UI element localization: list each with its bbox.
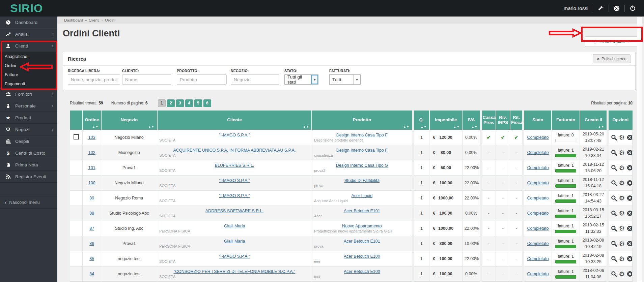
- prodotto-link[interactable]: Nuovo Appartamento: [342, 224, 382, 228]
- pagination-page-1[interactable]: 1: [158, 99, 166, 107]
- stato-link[interactable]: Completato: [527, 226, 549, 231]
- cliente-link[interactable]: ADDRESS SOFTWARE S.R.L.: [205, 209, 263, 213]
- column-header-iva[interactable]: IVA▲▼: [462, 111, 481, 130]
- help-lifering-icon[interactable]: [613, 5, 620, 12]
- order-number-link[interactable]: 85: [89, 256, 94, 261]
- stato-link[interactable]: Completato: [527, 150, 549, 155]
- select-stato[interactable]: Tutti gli stati ▾: [284, 74, 318, 85]
- delete-icon[interactable]: [626, 225, 632, 232]
- sort-icons[interactable]: ▲▼: [303, 125, 310, 128]
- input-prodotto[interactable]: [177, 74, 227, 85]
- delete-icon[interactable]: [626, 210, 632, 217]
- sort-icons[interactable]: ▲▼: [403, 125, 410, 128]
- pagination-page-6[interactable]: 6: [203, 99, 211, 107]
- delete-icon[interactable]: [626, 134, 632, 141]
- cliente-link[interactable]: "CONSORZIO PER I SERVIZI DI TELEFONIA MO…: [173, 269, 295, 274]
- sidebar-item-pagamenti[interactable]: Pagamenti: [0, 79, 57, 88]
- gear-icon[interactable]: ⚙: [619, 134, 625, 141]
- input-negozio[interactable]: [231, 74, 279, 85]
- breadcrumb-item-clienti[interactable]: Clienti: [89, 18, 100, 22]
- delete-icon[interactable]: [626, 271, 632, 277]
- prodotto-link[interactable]: Acer Betouch E100: [344, 254, 380, 259]
- gear-icon[interactable]: ⚙: [619, 149, 625, 156]
- gear-icon[interactable]: ⚙: [619, 210, 625, 217]
- sidebar-item-analisi[interactable]: Analisi ›: [0, 28, 57, 40]
- cliente-link[interactable]: "I-MAGO S.P.A.": [219, 254, 250, 259]
- quick-actions-button[interactable]: ☝ Azioni rapide ▾: [585, 36, 638, 47]
- sidebar-item-registro-eventi[interactable]: Registro Eventi ›: [0, 171, 57, 183]
- cliente-link[interactable]: "I-MAGO S.P.A.": [219, 178, 250, 183]
- pagination-page-5[interactable]: 5: [194, 99, 202, 107]
- order-number-link[interactable]: 87: [89, 226, 94, 231]
- sort-icons[interactable]: ▲▼: [472, 125, 478, 128]
- view-icon[interactable]: [611, 240, 617, 247]
- order-number-link[interactable]: 86: [89, 241, 94, 246]
- order-number-link[interactable]: 88: [89, 211, 94, 216]
- cliente-link[interactable]: BLUFERRIES S.R.L.: [215, 163, 254, 168]
- chevron-down-icon[interactable]: ▾: [353, 75, 360, 84]
- view-icon[interactable]: [611, 149, 617, 156]
- breadcrumb-item-dashboard[interactable]: Dashboard: [64, 18, 83, 22]
- gear-icon[interactable]: ⚙: [619, 271, 625, 277]
- pagination-page-4[interactable]: 4: [185, 99, 193, 107]
- column-header-imponibile[interactable]: Imponibile▲▼: [429, 111, 462, 130]
- prodotto-link[interactable]: Design Interno Casa Tipo G: [336, 163, 388, 168]
- input-ricerca-libera[interactable]: [68, 74, 120, 85]
- view-icon[interactable]: [611, 271, 617, 277]
- sort-icons[interactable]: ▲▼: [421, 125, 427, 128]
- sidebar-item-fatture[interactable]: Fatture: [0, 70, 57, 79]
- wrench-icon[interactable]: [597, 5, 604, 12]
- column-header-ordine[interactable]: Ordine▲▼: [83, 111, 101, 130]
- column-header-negozio[interactable]: Negozio▲▼: [101, 111, 157, 130]
- order-number-link[interactable]: 84: [89, 272, 94, 276]
- sidebar-item-clienti[interactable]: Clienti ›: [0, 40, 57, 52]
- row-checkbox[interactable]: [74, 134, 79, 139]
- view-icon[interactable]: [611, 134, 617, 141]
- column-header-cliente[interactable]: Cliente▲▼: [157, 111, 312, 130]
- clear-search-button[interactable]: × Pulisci ricerca: [593, 54, 631, 63]
- sidebar-item-ordini[interactable]: Ordini: [0, 61, 57, 70]
- stato-link[interactable]: Completato: [527, 196, 549, 200]
- prodotto-link[interactable]: Studio Di Fattibilità: [344, 178, 380, 183]
- sort-icons[interactable]: ▲▼: [92, 125, 99, 128]
- gear-icon[interactable]: ⚙: [619, 180, 625, 186]
- view-icon[interactable]: [611, 164, 617, 171]
- stato-link[interactable]: Completato: [527, 165, 549, 170]
- sidebar-item-centri-di-costo[interactable]: $ Centri di Costo ›: [0, 147, 57, 159]
- gear-icon[interactable]: ⚙: [619, 255, 625, 262]
- order-number-link[interactable]: 100: [88, 181, 95, 185]
- stato-link[interactable]: Completato: [527, 181, 549, 185]
- order-number-link[interactable]: 101: [88, 165, 95, 170]
- stato-link[interactable]: Completato: [527, 241, 549, 246]
- gear-icon[interactable]: ⚙: [619, 240, 625, 247]
- sidebar-item-dashboard[interactable]: Dashboard ›: [0, 17, 57, 28]
- delete-icon[interactable]: [626, 149, 632, 156]
- sort-icons[interactable]: ▲▼: [453, 125, 460, 128]
- pagination-page-3[interactable]: 3: [176, 99, 184, 107]
- delete-icon[interactable]: [626, 195, 632, 201]
- column-header-prodotto[interactable]: Prodotto▲▼: [312, 111, 413, 130]
- order-number-link[interactable]: 103: [88, 135, 95, 140]
- chevron-down-icon[interactable]: ▾: [311, 75, 318, 84]
- prodotto-link[interactable]: Design Interno Casa Tipo F: [336, 133, 388, 137]
- stato-link[interactable]: Completato: [527, 211, 549, 216]
- sidebar-item-negozi[interactable]: ⚙ Negozi ›: [0, 124, 57, 135]
- stato-link[interactable]: Completato: [527, 272, 549, 276]
- sidebar-item-fornitori[interactable]: Fornitori ›: [0, 88, 57, 100]
- pagination-page-2[interactable]: 2: [167, 99, 175, 107]
- sidebar-item-anagrafiche[interactable]: Anagrafiche: [0, 52, 57, 61]
- prodotto-link[interactable]: Design Interno Casa Tipo F: [336, 148, 388, 153]
- sidebar-item-prodotti[interactable]: ★ Prodotti ›: [0, 112, 57, 124]
- cliente-link[interactable]: ACQUIRENTE UNICO S.P.A. IN FORMA ABBREVI…: [173, 148, 296, 153]
- view-icon[interactable]: [611, 255, 617, 262]
- cliente-link[interactable]: "I-MAGO S.P.A.": [219, 193, 250, 198]
- gear-icon[interactable]: ⚙: [619, 164, 625, 171]
- delete-icon[interactable]: [626, 164, 632, 171]
- scrollbar[interactable]: [637, 17, 642, 282]
- order-number-link[interactable]: 89: [89, 196, 94, 200]
- view-icon[interactable]: [611, 180, 617, 186]
- sidebar-item-personale[interactable]: Personale ›: [0, 100, 57, 112]
- delete-icon[interactable]: [626, 240, 632, 247]
- view-icon[interactable]: [611, 210, 617, 217]
- sort-icons[interactable]: ▲▼: [598, 125, 605, 128]
